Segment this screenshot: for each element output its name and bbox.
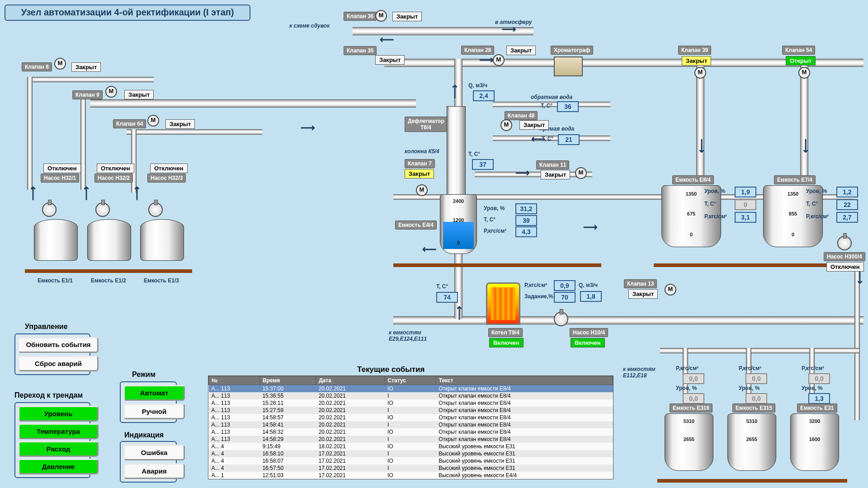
- motor-icon: M: [493, 54, 505, 66]
- pump-tag: Насос Н32/2: [94, 174, 133, 183]
- vessel-icon: 5310 2655: [727, 413, 776, 471]
- events-col-header[interactable]: Дата: [316, 376, 385, 385]
- page-title: Узел автоматизации 4-ой ректификации (I …: [5, 5, 250, 21]
- ind-error-button[interactable]: Ошибка: [123, 445, 185, 460]
- trend-temp-button[interactable]: Температура: [18, 423, 99, 439]
- label: Р,кгс/см²: [524, 282, 547, 288]
- events-col-header[interactable]: Текст: [436, 376, 613, 385]
- boiler-tag: Котел Т9/4: [488, 328, 523, 337]
- table-row[interactable]: A... 11314:58:5720.02.2021IOОткрыт клапа…: [209, 414, 613, 421]
- motor-icon: M: [694, 67, 706, 79]
- pipe: [800, 63, 808, 181]
- valve-tag: Клапан 8: [22, 62, 52, 71]
- valve-status[interactable]: Закрыт: [506, 46, 536, 55]
- motor-icon: M: [375, 10, 387, 22]
- flow-arrow-icon: ⟶: [854, 270, 866, 284]
- pump-icon: [95, 202, 110, 217]
- reading-value: 0: [735, 199, 756, 210]
- label: к емкостям E112,E18: [623, 366, 668, 379]
- scale-label: 5310: [665, 418, 713, 424]
- pipe: [597, 316, 863, 324]
- pipe: [131, 129, 137, 192]
- vessel-icon: 3200 1600: [790, 413, 839, 471]
- motor-icon: M: [416, 184, 428, 196]
- label: Q, м3/ч: [468, 82, 487, 89]
- trend-flow-button[interactable]: Расход: [18, 441, 99, 457]
- valve-tag: Клапан 64: [113, 119, 146, 128]
- table-row[interactable]: A... 416:57:5017.02.2021IВысокий уровень…: [209, 465, 613, 472]
- table-row[interactable]: A... 11315:27:5920.02.2021IОткрыт клапан…: [209, 407, 613, 414]
- events-table[interactable]: №ВремяДатаСтатусТекстA... 11315:37:0020.…: [208, 376, 613, 479]
- valve-tag: Клапан 9: [72, 90, 103, 99]
- table-row[interactable]: A... 49:15:4918.02.2021IOВысокий уровень…: [209, 443, 613, 450]
- pump-tag: Насос Н300/4: [824, 252, 865, 261]
- label: Р,кгс/см²: [704, 213, 727, 220]
- valve-status[interactable]: Закрыт: [628, 289, 658, 299]
- floor: [657, 479, 847, 483]
- table-row[interactable]: A... 11314:58:3220.02.2021IOОткрыт клапа…: [209, 428, 613, 436]
- label: Уров, %: [802, 385, 822, 391]
- mode-auto-button[interactable]: Автомат: [123, 385, 185, 401]
- pump-icon: [148, 202, 163, 217]
- table-row[interactable]: A... 416:58:1017.02.2021IВысокий уровень…: [209, 450, 613, 457]
- events-col-header[interactable]: Время: [259, 376, 316, 385]
- pipe: [696, 63, 704, 181]
- pump-status[interactable]: Включен: [571, 338, 605, 347]
- table-row[interactable]: A... 11314:58:2920.02.2021IОткрыт клапан…: [209, 436, 613, 443]
- mode-manual-button[interactable]: Ручной: [123, 404, 185, 419]
- valve-status[interactable]: Закрыт: [375, 55, 405, 65]
- pump-status[interactable]: Отключен: [150, 164, 188, 173]
- events-col-header[interactable]: №: [209, 376, 260, 385]
- valve-status[interactable]: Закрыт: [519, 120, 549, 130]
- table-row[interactable]: A... 11315:36:5520.02.2021IОткрыт клапан…: [209, 392, 613, 399]
- valve-status[interactable]: Закрыт: [541, 170, 570, 179]
- pump-status[interactable]: Отключен: [97, 164, 134, 173]
- floor: [25, 269, 192, 273]
- tank-icon: [87, 219, 131, 261]
- reading-value: 1,8: [580, 291, 602, 302]
- label: Р,кгс/см²: [739, 365, 761, 371]
- reading-value: 0,0: [683, 393, 704, 404]
- valve-status[interactable]: Закрыт: [392, 12, 422, 21]
- label: T, C°: [541, 103, 552, 109]
- valve-status[interactable]: Открыт: [786, 56, 816, 66]
- trend-press-button[interactable]: Давление: [18, 459, 99, 474]
- table-row[interactable]: A... 416:58:0717.02.2021IOВысокий уровен…: [209, 457, 613, 465]
- table-row[interactable]: A... 11315:37:0020.02.2021IOОткрыт клапа…: [209, 385, 613, 393]
- scale-label: 2655: [728, 436, 776, 442]
- ind-alarm-button[interactable]: Авария: [123, 463, 185, 479]
- reading-value: 0,0: [745, 373, 767, 384]
- table-row[interactable]: A... 112:51:0317.02.2021IOВысокий уровен…: [209, 472, 613, 479]
- section-title: Управление: [25, 323, 68, 331]
- label: T, C°: [484, 216, 495, 223]
- pump-tag: Насос Н10/4: [570, 328, 608, 337]
- valve-status[interactable]: Закрыт: [71, 62, 101, 72]
- label: Уров, %: [704, 188, 725, 194]
- tank-tag: Емкость Е315: [732, 404, 775, 413]
- reading-value: 21: [558, 134, 580, 145]
- valve-status[interactable]: Закрыт: [124, 90, 154, 99]
- label: Задание,%: [524, 293, 553, 300]
- trend-level-button[interactable]: Уровень: [18, 406, 99, 422]
- table-row[interactable]: A... 11315:28:1120.02.2021IOОткрыт клапа…: [209, 399, 613, 407]
- scale-label: 1600: [791, 436, 839, 442]
- boiler-status[interactable]: Включен: [489, 338, 524, 347]
- refresh-events-button[interactable]: Обновить события: [18, 337, 99, 353]
- reading-value: 31,2: [515, 203, 537, 214]
- pump-status[interactable]: Отключен: [43, 164, 81, 173]
- valve-status[interactable]: Закрыт: [165, 119, 195, 129]
- flow-arrow-icon: ⟶: [479, 54, 494, 66]
- flow-arrow-icon: ⟵: [80, 186, 92, 201]
- scale-label: 1200: [440, 217, 476, 223]
- reset-alarms-button[interactable]: Сброс аварий: [18, 356, 99, 371]
- valve-status[interactable]: Закрыт: [682, 56, 711, 66]
- table-row[interactable]: A... 11314:58:4120.02.2021IОткрыт клапан…: [209, 421, 613, 428]
- scale-label: 3200: [791, 418, 839, 424]
- events-col-header[interactable]: Статус: [385, 376, 436, 385]
- tank-tag: Емкость Е4/4: [395, 221, 437, 230]
- valve-tag: Клапан 39: [678, 46, 711, 55]
- pump-status[interactable]: Отключен: [826, 262, 864, 272]
- valve-status[interactable]: Закрыт: [405, 169, 434, 178]
- reading-value: 2,4: [473, 90, 495, 101]
- tank-label: Емкость Е1/1: [38, 277, 73, 284]
